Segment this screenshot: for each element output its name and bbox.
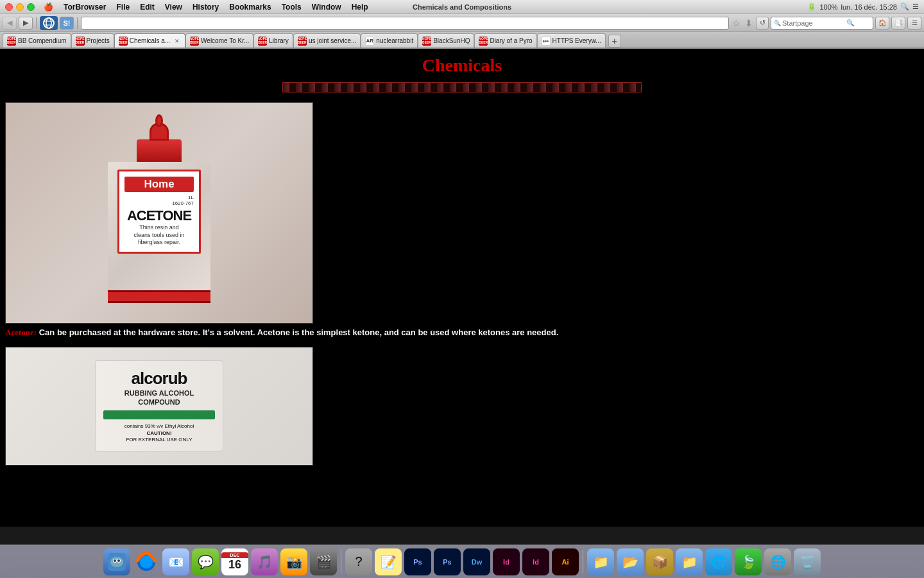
tab-close-chemicals[interactable]: ✕: [173, 37, 181, 45]
dock-folder2[interactable]: 📂: [617, 548, 644, 575]
s-button[interactable]: S!: [60, 17, 74, 30]
tab-icon-projects: NOPEBEER: [76, 37, 85, 46]
titlebar: 🍎 TorBrowser File Edit View History Book…: [0, 0, 924, 14]
tab-icon-chemicals: NOPEBEER: [119, 37, 128, 46]
dock-folder1[interactable]: 📁: [587, 548, 614, 575]
minimize-window-button[interactable]: [16, 3, 24, 11]
bookmark-star[interactable]: ☆: [732, 18, 740, 28]
tab-joint[interactable]: NOPEBEER us joint service...: [293, 33, 361, 48]
dock-messages[interactable]: 💬: [192, 548, 219, 575]
alcorub-warning: contains 93% v/v Ethyl AlcoholCAUTION!FO…: [103, 423, 215, 443]
dock-dreamweaver[interactable]: Dw: [463, 548, 490, 575]
menu-view[interactable]: View: [160, 3, 187, 12]
dock-globe[interactable]: 🌐: [705, 548, 732, 575]
forward-button[interactable]: ▶: [19, 17, 33, 30]
dock-indesign2[interactable]: Id: [522, 548, 549, 575]
close-window-button[interactable]: [5, 3, 13, 11]
dock: 📧 💬 DEC 16 🎵 📸 🎬 ? 📝 Ps Ps Dw Id Id Ai 📁…: [0, 545, 924, 578]
search-submit-icon[interactable]: 🔍: [846, 19, 854, 26]
notification-icon[interactable]: ☰: [912, 3, 919, 11]
browser-toolbar: ◀ ▶ S! ☆ ⬇ ↺ 🔍 🔍 🏠 📑 ☰: [0, 14, 924, 32]
tab-label-bb: BB Compendium: [18, 37, 67, 44]
alcorub-image: alcorub RUBBING ALCOHOLCOMPOUND contains…: [5, 347, 313, 466]
chemical-entry-alcorub: alcorub RUBBING ALCOHOLCOMPOUND contains…: [0, 347, 924, 466]
alcorub-title: alcorub: [103, 369, 215, 389]
tab-label-chemicals: Chemicals a...: [130, 37, 170, 44]
dock-folder3[interactable]: 📦: [646, 548, 673, 575]
apple-menu[interactable]: 🍎: [38, 3, 58, 12]
bookmarks-button[interactable]: 📑: [891, 17, 905, 30]
menu-window[interactable]: Window: [307, 3, 346, 12]
tab-bb-compendium[interactable]: NOPEBEER BB Compendium: [3, 33, 71, 48]
reload-button[interactable]: ↺: [756, 17, 769, 30]
menu-tools[interactable]: Tools: [277, 3, 307, 12]
dock-question[interactable]: ?: [345, 548, 372, 575]
svg-point-1: [46, 18, 51, 28]
dock-ps2[interactable]: Ps: [434, 548, 461, 575]
battery-icon: 🔋: [807, 3, 816, 11]
menu-history[interactable]: History: [187, 3, 224, 12]
tab-projects[interactable]: NOPEBEER Projects: [71, 33, 114, 48]
search-engine-icon: 🔍: [774, 20, 781, 26]
content-area: Chemicals ☠ Caution: use at your own ris…: [0, 49, 924, 527]
dock-separator2: [583, 550, 583, 574]
search-input[interactable]: [782, 19, 846, 27]
tab-icon-blacksun: NOPEBEER: [422, 37, 431, 46]
tab-library[interactable]: NOPEBEER Library: [253, 33, 293, 48]
dock-leaf[interactable]: 🍃: [735, 548, 762, 575]
dock-calendar[interactable]: DEC 16: [221, 548, 248, 575]
new-tab-button[interactable]: +: [608, 35, 621, 48]
page-title: Chemicals: [0, 55, 924, 76]
menu-edit[interactable]: Edit: [135, 3, 160, 12]
dock-illustrator[interactable]: Ai: [552, 548, 579, 575]
window-title: Chemicals and Compositions: [413, 3, 511, 11]
menu-button[interactable]: ☰: [907, 17, 921, 30]
acetone-name: Acetone:: [5, 328, 37, 337]
alcorub-subtitle: RUBBING ALCOHOLCOMPOUND: [103, 389, 215, 407]
tab-label-blacksun: BlackSunHQ: [433, 37, 470, 44]
tabs-bar: NOPEBEER BB Compendium NOPEBEER Projects…: [0, 32, 924, 49]
traffic-lights: [5, 3, 35, 11]
mac-menu: 🍎 TorBrowser File Edit View History Book…: [38, 3, 373, 12]
dock-imovie[interactable]: 🎬: [310, 548, 337, 575]
dock-indesign[interactable]: Id: [493, 548, 520, 575]
search-icon[interactable]: 🔍: [900, 3, 909, 11]
acetone-image: Home 1L1620-767 ACETONE Thins resin andc…: [5, 102, 313, 324]
menu-help[interactable]: Help: [346, 3, 373, 12]
search-container: 🔍 🔍: [771, 17, 873, 30]
menu-bookmarks[interactable]: Bookmarks: [224, 3, 276, 12]
menu-file[interactable]: File: [111, 3, 135, 12]
dock-photos[interactable]: 📸: [280, 548, 307, 575]
tab-diary[interactable]: NOPEBEER Diary of a Pyro: [474, 33, 536, 48]
tab-nuclearrabbit[interactable]: AR nuclearrabbit: [361, 33, 418, 48]
dock-folder4[interactable]: 📁: [676, 548, 703, 575]
dock-sticky[interactable]: 📝: [375, 548, 402, 575]
dock-firefox[interactable]: [133, 548, 160, 575]
back-button[interactable]: ◀: [3, 17, 17, 30]
dock-network[interactable]: 🌐: [764, 548, 791, 575]
tab-chemicals[interactable]: NOPEBEER Chemicals a... ✕: [114, 33, 185, 48]
system-status: 🔋 100% lun. 16 déc. 15:28 🔍 ☰: [807, 3, 919, 11]
tab-blacksun[interactable]: NOPEBEER BlackSunHQ: [418, 33, 474, 48]
tab-label-https: HTTPS Everyw...: [552, 37, 601, 44]
home-button[interactable]: 🏠: [875, 17, 889, 30]
dock-finder[interactable]: [103, 548, 130, 575]
tab-label-nuclearrabbit: nuclearrabbit: [376, 37, 413, 44]
dock-separator: [341, 550, 341, 574]
maximize-window-button[interactable]: [27, 3, 35, 11]
tab-https[interactable]: EFF HTTPS Everyw...: [537, 33, 606, 48]
dock-mail[interactable]: 📧: [162, 548, 189, 575]
dock-itunes[interactable]: 🎵: [251, 548, 278, 575]
dock-photoshop[interactable]: Ps: [404, 548, 431, 575]
url-bar[interactable]: [81, 17, 729, 30]
battery-level: 100%: [819, 3, 837, 11]
bookmark-star2[interactable]: ⬇: [745, 18, 753, 28]
svg-point-8: [114, 559, 116, 562]
tab-icon-welcome: NOPEBEER: [190, 37, 199, 46]
dock-trash[interactable]: 🗑️: [794, 548, 821, 575]
tab-welcome[interactable]: NOPEBEER Welcome To Kr...: [185, 33, 253, 48]
tab-label-projects: Projects: [87, 37, 110, 44]
tab-icon-bb: NOPEBEER: [7, 37, 16, 46]
menu-app[interactable]: TorBrowser: [58, 3, 111, 12]
svg-point-9: [117, 559, 120, 562]
